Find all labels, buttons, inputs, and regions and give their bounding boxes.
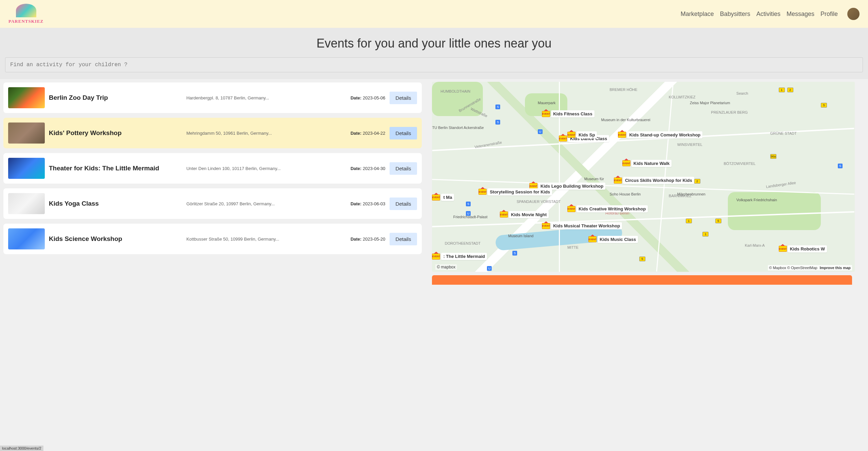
route-marker: 1 [779,88,785,92]
route-marker: 5 [821,103,827,108]
event-address: Kottbusser Straße 50, 10999 Berlin, Germ… [186,237,346,242]
event-image [8,87,45,108]
map-event-marker[interactable]: EVENT Kids Stand-up Comedy Workshop [618,131,702,138]
event-image [8,228,45,249]
event-card[interactable]: Kids Yoga Class Görlitzer Straße 20, 109… [3,188,422,219]
event-address: Hardenbergpl. 8, 10787 Berlin, Germany..… [186,95,346,100]
event-marker-label: Circus Skills Workshop for Kids [623,177,694,184]
event-marker-icon: EVENT [588,236,597,242]
page-title: Events for you and your little ones near… [5,36,863,51]
map-neighborhood: KOLLWITZKIEZ [669,95,696,99]
route-marker: 2 [787,88,793,92]
map-poi: Museum Island [508,234,534,238]
map-event-marker[interactable]: EVENT Kids Movie Night [500,211,549,218]
map-event-marker[interactable]: EVENT Kids Nature Walk [622,160,672,167]
map-neighborhood: MITTE [567,245,579,249]
nav: Marketplace Babysitters Activities Messa… [681,8,860,20]
details-button[interactable]: Details [390,162,417,175]
event-marker-label: t Ma [441,194,454,201]
event-marker-label: Storytelling Session for Kids [488,188,552,195]
event-card[interactable]: Theater for Kids: The Little Mermaid Unt… [3,153,422,184]
map-poi: Märchenbrunnen [677,192,705,196]
map-event-marker[interactable]: EVENT Kids Creative Writing Workshop [567,205,648,212]
transit-icon: S [512,251,517,256]
event-address: Görlitzer Straße 20, 10997 Berlin, Germa… [186,201,346,206]
map-poi: Search [736,91,748,95]
status-bar: localhost:3000/events/2 [0,446,43,451]
route-marker: 1 [702,232,709,237]
map-container: BREMER HÖHE HUMBOLDTHAIN KOLLWITZKIEZ PR… [432,79,857,451]
main-content: Berlin Zoo Day Trip Hardenbergpl. 8, 107… [0,79,868,451]
event-marker-icon: EVENT [500,211,508,218]
map-event-marker[interactable]: EVENT Kids Musical Theater Workshop [542,222,622,229]
event-marker-icon: EVENT [432,194,440,201]
event-marker-icon: EVENT [614,177,622,184]
logo[interactable]: PARENTSKIEZ [8,4,43,24]
map-event-marker[interactable]: EVENT Kids Fitness Class [542,110,595,117]
event-card[interactable]: Kids Science Workshop Kottbusser Straße … [3,224,422,254]
transit-icon: S [466,202,471,206]
improve-map-link[interactable]: Improve this map [820,266,851,270]
map-event-marker[interactable]: EVENT Storytelling Session for Kids [478,188,552,195]
map-event-marker[interactable]: EVENT : The Little Mermaid [432,253,487,260]
transit-icon: U [538,129,543,134]
nav-activities[interactable]: Activities [756,11,780,18]
orange-action-button[interactable] [432,275,852,285]
map-poi: Museum in der Kulturbrauerei [601,118,650,122]
map-neighborhood: PRENZLAUER BERG [711,110,748,114]
event-card[interactable]: Kids' Pottery Workshop Mehringdamm 50, 1… [3,118,422,148]
map-poi: Karl-Marx-A [745,243,765,247]
event-marker-label: Kids Musical Theater Workshop [551,222,622,229]
map-event-marker[interactable]: EVENT Circus Skills Workshop for Kids [614,177,694,184]
event-marker-icon: EVENT [779,246,787,252]
event-image [8,193,45,214]
event-marker-label: Kids Robotics W [788,245,827,252]
event-date: Date: 2023-06-03 [351,201,385,206]
nav-marketplace[interactable]: Marketplace [681,11,714,18]
details-button[interactable]: Details [390,92,417,104]
header: PARENTSKIEZ Marketplace Babysitters Acti… [0,0,868,28]
event-marker-label: Kids Sp [577,131,597,138]
event-marker-icon: EVENT [478,189,487,195]
event-title: Theater for Kids: The Little Mermaid [49,165,182,172]
event-marker-label: : The Little Mermaid [441,253,487,260]
map-event-marker[interactable]: EVENT Kids Music Class [588,236,638,243]
event-date: Date: 2023-04-30 [351,166,385,171]
map-event-marker[interactable]: EVENT Kids Robotics W [779,245,827,252]
search-input[interactable] [5,57,863,72]
event-address: Unter Den Linden 100, 10117 Berlin, Germ… [186,166,346,171]
map-neighborhood: HUMBOLDTHAIN [440,89,470,93]
nav-profile[interactable]: Profile [820,11,838,18]
details-button[interactable]: Details [390,233,417,245]
transit-icon: S [495,120,500,125]
event-date: Date: 2023-04-22 [351,131,385,136]
logo-icon [16,4,36,17]
map-event-marker[interactable]: EVENT t Ma [432,194,454,201]
transit-icon: U [466,211,471,216]
event-date: Date: 2023-05-06 [351,95,385,100]
event-card[interactable]: Berlin Zoo Day Trip Hardenbergpl. 8, 107… [3,82,422,113]
event-marker-icon: EVENT [567,206,575,212]
event-marker-label: Kids Movie Night [509,211,549,218]
map-event-marker[interactable]: EVENT Kids Sp [567,131,597,138]
event-list[interactable]: Berlin Zoo Day Trip Hardenbergpl. 8, 107… [0,79,425,451]
details-button[interactable]: Details [390,127,417,139]
route-marker: 2 [694,179,700,184]
event-address: Mehringdamm 50, 10961 Berlin, Germany... [186,131,346,136]
map[interactable]: BREMER HÖHE HUMBOLDTHAIN KOLLWITZKIEZ PR… [432,82,854,272]
route-marker: 96a [770,154,776,159]
map-attribution: © Mapbox © OpenStreetMap Improve this ma… [768,265,852,270]
route-marker: 1 [686,219,692,223]
event-image [8,158,45,179]
event-date: Date: 2023-05-20 [351,237,385,242]
event-marker-label: Kids Music Class [598,236,638,243]
map-poi: Zeiss Major Planetarium [690,101,730,105]
nav-babysitters[interactable]: Babysitters [720,11,750,18]
nav-messages[interactable]: Messages [787,11,814,18]
avatar[interactable] [847,8,860,20]
title-section: Events for you and your little ones near… [0,28,868,79]
details-button[interactable]: Details [390,198,417,210]
mapbox-logo: © mapbox [435,264,457,270]
map-poi: Volkspark Friedrichshain [736,198,777,202]
map-neighborhood: WINSVIERTEL [677,143,702,147]
